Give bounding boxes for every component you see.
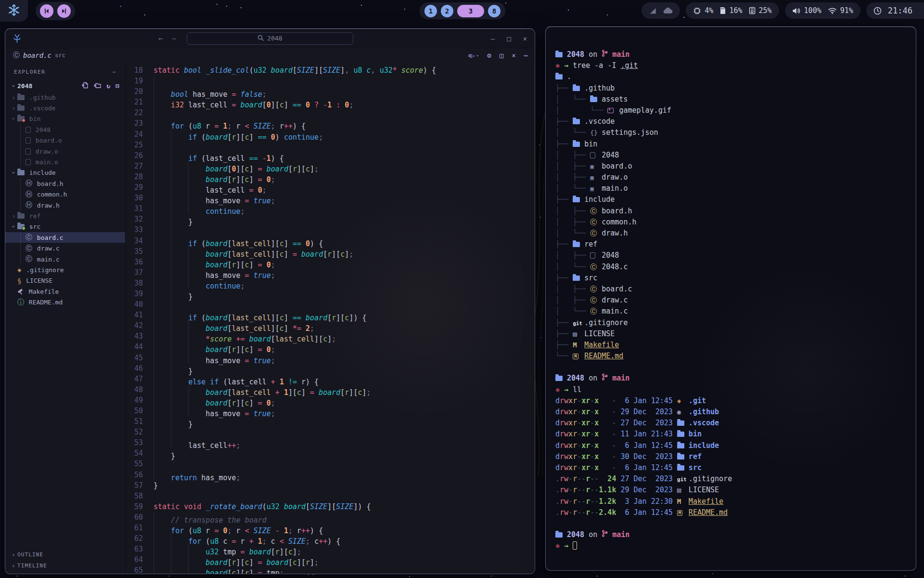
explorer-menu-icon[interactable]: ⋯ bbox=[113, 69, 116, 75]
nav-forward-icon[interactable]: → bbox=[171, 34, 176, 43]
terminal-window[interactable]: 2048 on main✱ → tree -a -I .git.├── .git… bbox=[545, 26, 916, 571]
refresh-icon[interactable]: ↻ bbox=[106, 82, 110, 90]
volume-stat[interactable]: 100% bbox=[792, 6, 821, 15]
explorer-item-board.h[interactable]: Ⓗ board.h bbox=[5, 178, 125, 189]
code-editor[interactable]: 18static bool _slide_col(u32 board[SIZE]… bbox=[126, 63, 535, 574]
explorer-item-.github[interactable]: › .github bbox=[5, 92, 125, 103]
indent-guide bbox=[171, 416, 188, 427]
split-editor-icon[interactable]: ◫ bbox=[500, 52, 503, 59]
indent-guide bbox=[154, 470, 171, 480]
tree-name: . bbox=[567, 72, 571, 81]
indent-guide bbox=[154, 320, 171, 331]
code-line: 31continue; bbox=[126, 203, 535, 214]
line-number: 59 bbox=[126, 501, 154, 512]
indent-guide bbox=[171, 342, 188, 352]
terminal-tree-row: │ ├── Ⓒboard.h bbox=[555, 206, 916, 217]
explorer-item-ref[interactable]: › ref bbox=[5, 210, 125, 221]
more-actions-icon[interactable]: ⋯ bbox=[524, 52, 528, 59]
new-folder-icon[interactable] bbox=[94, 82, 101, 90]
terminal-tree-row: ├── bin bbox=[555, 139, 916, 150]
new-file-icon[interactable] bbox=[82, 82, 89, 90]
explorer-sidebar: EXPLORER ⋯ › 2048 ↻ ⊟ bbox=[5, 63, 126, 574]
prompt-flower-icon: ✱ bbox=[555, 60, 564, 71]
code-text: } bbox=[154, 363, 192, 374]
tree-name: LICENSE bbox=[584, 329, 615, 338]
tree-name: .vscode bbox=[584, 117, 615, 126]
c-file-icon: Ⓒ bbox=[26, 233, 32, 242]
explorer-item-draw.o[interactable]: draw.o bbox=[5, 146, 125, 157]
launcher-button[interactable] bbox=[0, 0, 28, 22]
ll-date: 6 Jan 12:45 bbox=[616, 508, 677, 517]
explorer-item-.gitignore[interactable]: ◈ .gitignore bbox=[5, 264, 125, 275]
explorer-item-src[interactable]: › src bbox=[5, 222, 125, 232]
memory-value: 16% bbox=[729, 6, 742, 15]
explorer-item-board.c[interactable]: Ⓒ board.c bbox=[5, 232, 125, 243]
explorer-item-README.md[interactable]: ⓘ README.md bbox=[5, 297, 125, 307]
media-next-icon bbox=[61, 8, 67, 14]
markdown-icon: M bbox=[677, 510, 682, 516]
explorer-item-Makefile[interactable]: Makefile bbox=[5, 286, 125, 297]
code-line: 53last_cell++; bbox=[126, 437, 535, 448]
maximize-button[interactable]: □ bbox=[507, 35, 511, 42]
code-line: 20bool has_move = false; bbox=[126, 86, 535, 97]
wifi-stat[interactable]: 91% bbox=[828, 6, 853, 15]
indent-guide bbox=[154, 214, 171, 224]
explorer-item-.vscode[interactable]: › .vscode bbox=[5, 103, 125, 113]
explorer-item-bin[interactable]: › bin bbox=[5, 114, 125, 124]
editor-titlebar[interactable]: ← → 2048 — □ ✕ bbox=[5, 29, 535, 48]
explorer-root-row[interactable]: › 2048 ↻ ⊟ bbox=[5, 80, 125, 92]
code-text: continue; bbox=[154, 278, 245, 289]
command-center-search[interactable]: 2048 bbox=[187, 32, 353, 45]
panel-timeline[interactable]: ›TIMELINE bbox=[5, 560, 125, 571]
run-debug-button[interactable]: ⚙▷› bbox=[468, 52, 479, 59]
collapse-all-icon[interactable]: ⊟ bbox=[116, 82, 119, 90]
folder-icon bbox=[573, 86, 580, 91]
terminal-ll-row: drwxr-xr-x- 6 Jan 12:45 include bbox=[555, 440, 916, 451]
tree-connector: │ └── bbox=[555, 229, 590, 237]
explorer-item-2048[interactable]: 2048 bbox=[5, 124, 125, 135]
code-text bbox=[154, 299, 188, 310]
indent-guide bbox=[171, 310, 188, 320]
workspace-2[interactable]: 2 bbox=[441, 5, 453, 17]
mfile-icon-wrap: M bbox=[573, 340, 584, 351]
line-number: 51 bbox=[126, 416, 154, 427]
tree-name: gameplay.gif bbox=[619, 106, 671, 115]
prompt-branch: main bbox=[608, 50, 629, 59]
explorer-item-draw.c[interactable]: Ⓒ draw.c bbox=[5, 243, 125, 253]
explorer-item-common.h[interactable]: Ⓗ common.h bbox=[5, 189, 125, 200]
explorer-item-board.o[interactable]: board.o bbox=[5, 135, 125, 146]
media-next-button[interactable] bbox=[57, 4, 71, 18]
item-label: common.h bbox=[33, 191, 67, 198]
terminal-cursor[interactable] bbox=[573, 541, 577, 550]
explorer-item-include[interactable]: › include bbox=[5, 168, 125, 178]
line-number: 44 bbox=[126, 342, 154, 352]
workspace-3-active[interactable]: 3 bbox=[457, 5, 484, 17]
tree-connector: │ ├── bbox=[555, 151, 590, 159]
tree-name: settings.json bbox=[602, 128, 658, 137]
indent-guide bbox=[154, 544, 171, 554]
line-number: 65 bbox=[126, 565, 154, 574]
markdown-icon: M bbox=[573, 354, 578, 359]
close-editor-icon[interactable]: × bbox=[512, 52, 515, 59]
explorer-item-draw.h[interactable]: Ⓗ draw.h bbox=[5, 200, 125, 210]
nav-back-icon[interactable]: ← bbox=[158, 34, 163, 43]
explorer-item-LICENSE[interactable]: § LICENSE bbox=[5, 276, 125, 286]
settings-gear-icon[interactable]: ⚙ bbox=[487, 52, 491, 59]
media-previous-button[interactable] bbox=[40, 4, 53, 18]
code-line: 34if (board[last_cell][c] == 0) { bbox=[126, 236, 535, 246]
workspace-8[interactable]: 8 bbox=[488, 5, 500, 17]
panel-outline[interactable]: ›OUTLINE bbox=[5, 549, 125, 560]
indent-guide bbox=[188, 320, 205, 331]
code-line: 60// transpose the board bbox=[126, 512, 535, 523]
workspace-1[interactable]: 1 bbox=[424, 5, 437, 17]
code-text: static bool _slide_col(u32 board[SIZE][S… bbox=[154, 65, 436, 76]
explorer-item-main.c[interactable]: Ⓒ main.c bbox=[5, 254, 125, 264]
close-button[interactable]: ✕ bbox=[523, 35, 527, 42]
clock-pill[interactable]: 21:46 bbox=[866, 2, 924, 19]
explorer-item-main.o[interactable]: main.o bbox=[5, 157, 125, 167]
book-icon: ▤ bbox=[677, 485, 681, 496]
tab-board-c[interactable]: Ⓒ board.c src bbox=[5, 48, 71, 63]
code-line: 25 bbox=[126, 140, 535, 150]
line-number: 58 bbox=[126, 491, 154, 501]
minimize-button[interactable]: — bbox=[491, 35, 495, 42]
